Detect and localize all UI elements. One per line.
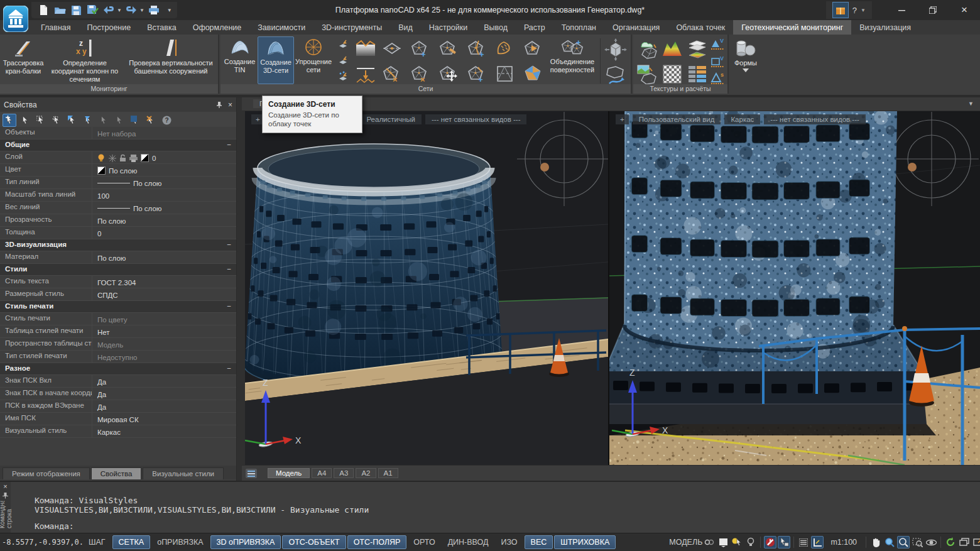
status-toggle-ОРТО[interactable]: ОРТО <box>408 536 440 548</box>
property-row[interactable]: Тип стилей печатиНедоступно <box>0 351 236 363</box>
print-icon[interactable] <box>147 3 161 17</box>
viewport-view-chip[interactable]: Пользовательский вид <box>633 114 721 124</box>
status-toggle-ДИН-ВВОД[interactable]: ДИН-ВВОД <box>442 536 494 548</box>
mesh-append-icon[interactable]: + <box>467 65 486 84</box>
mesh-erase-icon[interactable]: × <box>411 65 430 84</box>
property-value[interactable]: По слою <box>92 214 236 226</box>
property-row[interactable]: Таблица стилей печатиНет <box>0 325 236 338</box>
surface-points-icon[interactable] <box>337 70 350 83</box>
mesh-play-icon[interactable] <box>524 40 543 58</box>
layout-tab-А4[interactable]: А4 <box>312 468 332 478</box>
property-value[interactable]: По цвету <box>92 313 236 325</box>
property-row[interactable]: Масштаб типа линий100 <box>0 189 236 202</box>
layout-tab-А3[interactable]: А3 <box>334 468 354 478</box>
command-line-panel[interactable]: × Командная строка Команда: VisualStyles… <box>0 481 980 533</box>
close-panel-icon[interactable]: × <box>228 101 232 109</box>
save-icon[interactable] <box>69 3 83 17</box>
layout-list-icon[interactable] <box>246 469 257 478</box>
refresh-icon[interactable] <box>944 536 957 548</box>
doc-tabs-dropdown-icon[interactable]: ▼ <box>968 101 974 107</box>
help-button[interactable]: ? <box>852 6 857 15</box>
ribbon-button-create-tin[interactable]: Создание TIN <box>223 36 256 84</box>
viewport-view-chip[interactable]: Реалистичный <box>360 114 422 124</box>
property-row[interactable]: Вес линийПо слою <box>0 202 236 214</box>
restore-button[interactable] <box>917 0 949 20</box>
property-value[interactable]: Да <box>92 388 236 400</box>
save-all-icon[interactable] <box>85 3 99 17</box>
viewport-view-chip[interactable]: Каркас <box>724 114 760 124</box>
selection-filter-icon[interactable] <box>81 114 95 127</box>
select-window-icon[interactable] <box>34 114 48 127</box>
mesh-patch-icon[interactable] <box>496 40 514 58</box>
ribbon-tab[interactable]: Главная <box>33 20 79 35</box>
redo-icon[interactable] <box>124 3 138 17</box>
ribbon-tab[interactable]: 3D-инструменты <box>313 20 390 35</box>
select-append-icon[interactable] <box>3 114 16 127</box>
lamp-icon[interactable] <box>744 536 757 548</box>
ucs-icon[interactable] <box>811 536 824 548</box>
select-indicate-icon[interactable] <box>128 114 142 127</box>
surface-from-cloud-icon[interactable] <box>337 38 350 50</box>
property-value[interactable]: СПДС <box>92 288 236 300</box>
pin-icon[interactable] <box>216 101 222 108</box>
hand-pan-icon[interactable] <box>869 536 882 548</box>
close-button[interactable]: × <box>949 0 980 20</box>
properties-section-header[interactable]: Разное− <box>0 363 236 375</box>
status-toggle-ИЗО[interactable]: ИЗО <box>495 536 523 548</box>
property-row[interactable]: Знак ПСК в начале коорди...Да <box>0 388 236 400</box>
property-value[interactable]: Мировая СК <box>92 413 236 425</box>
snap-disabled-icon[interactable] <box>764 536 776 548</box>
status-toggle-ВЕС[interactable]: ВЕС <box>525 535 553 549</box>
open-file-icon[interactable] <box>53 3 67 17</box>
ribbon-tab[interactable]: Облака точек <box>668 20 733 35</box>
promo-gift-icon[interactable] <box>832 2 849 18</box>
property-row[interactable]: ПСК в каждом ВЭкранеДа <box>0 400 236 413</box>
layout-tab-А1[interactable]: А1 <box>378 468 398 478</box>
mesh-colored-icon[interactable] <box>524 65 543 84</box>
redo-dropdown-icon[interactable]: ▼ <box>139 8 144 13</box>
command-history[interactable]: Команда: VisualStylesVISUALSTYLES,ВИ,ВИЗ… <box>35 496 369 531</box>
deselect-all-icon[interactable] <box>144 114 158 127</box>
select-polygon-icon[interactable] <box>50 114 63 127</box>
ribbon-tab[interactable]: Топоплан <box>553 20 604 35</box>
property-row[interactable]: Пространство таблицы сти...Модель <box>0 338 236 351</box>
properties-section-header[interactable]: Стиль печати− <box>0 301 236 313</box>
paper-space-icon[interactable] <box>717 536 729 548</box>
volume-v-icon[interactable]: V <box>710 37 726 53</box>
color-relief-icon[interactable] <box>662 38 683 60</box>
panel-tab-Визуальные стили[interactable]: Визуальные стили <box>143 467 224 479</box>
export-window-icon[interactable] <box>972 536 980 548</box>
ribbon-tab[interactable]: Вид <box>390 20 421 35</box>
panel-splitter[interactable] <box>237 97 245 481</box>
property-value[interactable]: Нет набора <box>92 127 236 139</box>
property-value[interactable]: 100 <box>92 189 236 201</box>
zoom-window-icon[interactable] <box>911 536 923 548</box>
property-value[interactable]: 0 <box>92 227 236 239</box>
property-row[interactable]: Размерный стильСПДС <box>0 288 236 301</box>
panel-tab-Режим отображения[interactable]: Режим отображения <box>3 467 90 479</box>
ribbon-button-column-coordinates[interactable]: z x y Определение координат колонн по се… <box>46 36 123 84</box>
status-toggle-ШТРИХОВКА[interactable]: ШТРИХОВКА <box>554 535 616 549</box>
property-row[interactable]: Слой0 <box>0 151 236 164</box>
property-row[interactable]: ПрозрачностьПо слою <box>0 214 236 227</box>
property-value[interactable]: ГОСТ 2.304 <box>92 276 236 288</box>
zoom-box-icon[interactable] <box>897 536 910 548</box>
property-value[interactable]: Модель <box>92 338 236 350</box>
status-toggle-ОТС-ПОЛЯР[interactable]: ОТС-ПОЛЯР <box>347 535 407 549</box>
mesh-move-icon[interactable] <box>439 65 458 84</box>
status-toggle-ШАГ[interactable]: ШАГ <box>83 536 111 548</box>
ribbon-tab[interactable]: Настройки <box>421 20 476 35</box>
property-row[interactable]: МатериалПо слою <box>0 251 236 264</box>
customize-quick-access-icon[interactable]: ▼ <box>167 8 172 13</box>
cube-transform-icon[interactable] <box>604 38 627 61</box>
property-row[interactable]: Имя ПСКМировая СК <box>0 413 236 425</box>
property-value[interactable]: По слою <box>92 177 236 188</box>
help-icon[interactable]: ? <box>160 114 173 127</box>
property-value[interactable]: Каркас <box>92 425 236 437</box>
cursor-store-icon[interactable] <box>778 536 790 548</box>
undo-icon[interactable] <box>102 3 116 17</box>
mesh-bounds-icon[interactable] <box>496 65 514 84</box>
select-apply-icon[interactable] <box>112 114 126 127</box>
ribbon-tab[interactable]: Оформление <box>185 20 250 35</box>
ribbon-button-simplify-mesh[interactable]: Упрощение сети <box>295 36 332 84</box>
